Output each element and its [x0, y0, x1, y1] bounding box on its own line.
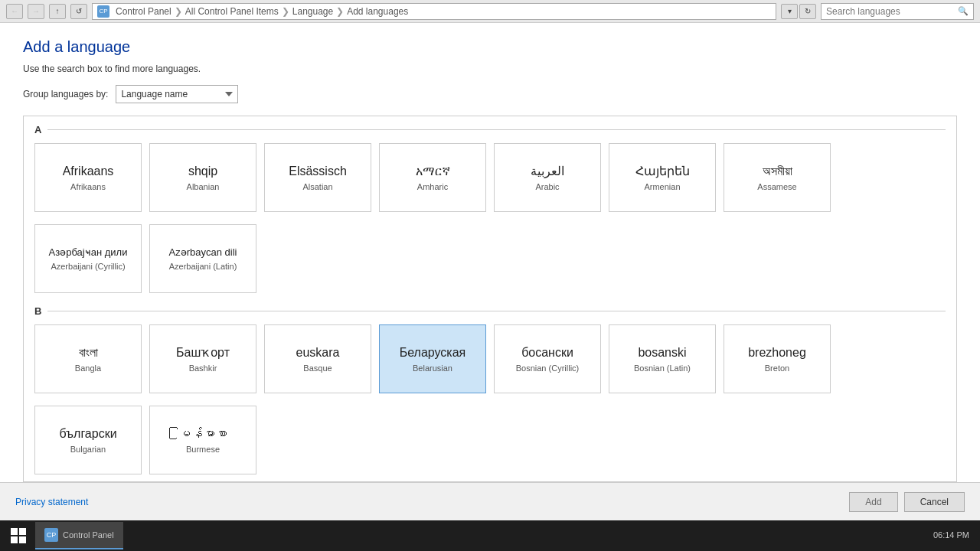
- lang-label-belarusian: Belarusian: [413, 364, 452, 373]
- clock-time: 06:14 PM: [933, 530, 969, 541]
- lang-card-bosnian-cyrillic[interactable]: босански Bosnian (Cyrillic): [494, 324, 601, 393]
- lang-native-armenian: Հայերեն: [635, 164, 690, 180]
- search-icon: 🔍: [958, 6, 969, 16]
- cancel-button[interactable]: Cancel: [904, 492, 965, 512]
- lang-native-azerbaijani-latin: Azərbaycan dili: [169, 246, 237, 259]
- up-button[interactable]: ↑: [49, 4, 66, 19]
- lang-card-belarusian[interactable]: Беларуская Belarusian: [379, 324, 486, 393]
- page-title: Add a language: [23, 38, 957, 56]
- lang-label-burmese: Burmese: [186, 445, 220, 454]
- lang-label-arabic: Arabic: [535, 182, 559, 191]
- section-header-a: A: [34, 124, 946, 135]
- lang-card-azerbaijani-latin[interactable]: Azərbaycan dili Azerbaijani (Latin): [149, 224, 256, 293]
- bottom-buttons: Add Cancel: [849, 492, 965, 512]
- forward-button[interactable]: →: [28, 4, 44, 19]
- taskbar-app-label: Control Panel: [63, 530, 114, 540]
- refresh-button[interactable]: ↺: [70, 4, 87, 19]
- lang-native-albanian: shqip: [188, 164, 217, 180]
- lang-card-bashkir[interactable]: Башҡорт Bashkir: [149, 324, 256, 393]
- lang-native-arabic: العربية: [531, 164, 564, 180]
- lang-label-basque: Basque: [303, 364, 332, 373]
- main-content: Add a language Use the search box to fin…: [0, 23, 980, 482]
- lang-card-burmese[interactable]: မြန်မာစာ Burmese: [149, 406, 256, 474]
- lang-native-bashkir: Башҡорт: [176, 345, 230, 361]
- lang-card-azerbaijani-cyrillic[interactable]: Азәрбајҹан дили Azerbaijani (Cyrillic): [34, 224, 142, 293]
- lang-card-bosnian-latin[interactable]: bosanski Bosnian (Latin): [609, 324, 716, 393]
- group-select[interactable]: Language name Script: [116, 85, 238, 103]
- lang-native-amharic: አማርኛ: [416, 164, 450, 180]
- lang-label-bulgarian: Bulgarian: [70, 445, 106, 454]
- lang-card-armenian[interactable]: Հայերեն Armenian: [609, 143, 716, 212]
- lang-card-afrikaans[interactable]: Afrikaans Afrikaans: [34, 143, 142, 212]
- lang-native-bulgarian: български: [59, 426, 116, 442]
- lang-card-arabic[interactable]: العربية Arabic: [494, 143, 601, 212]
- add-button[interactable]: Add: [849, 492, 897, 512]
- title-bar: ← → ↑ ↺ CP Control Panel ❯ All Control P…: [0, 0, 980, 23]
- taskbar-app-control-panel[interactable]: CP Control Panel: [35, 522, 123, 549]
- language-grid-container: A Afrikaans Afrikaans shqip Albanian Els…: [23, 116, 957, 482]
- page-subtitle: Use the search box to find more language…: [23, 64, 957, 74]
- address-part-3: Language: [292, 6, 333, 17]
- lang-label-afrikaans: Afrikaans: [70, 182, 106, 191]
- back-button[interactable]: ←: [6, 4, 23, 19]
- lang-row-b1: বাংলা Bangla Башҡорт Bashkir euskara Bas…: [34, 324, 946, 393]
- lang-label-amharic: Amharic: [417, 182, 448, 191]
- address-part-4: Add languages: [347, 6, 408, 17]
- reload-button[interactable]: ↻: [799, 4, 816, 19]
- lang-card-alsatian[interactable]: Elsässisch Alsatian: [264, 143, 371, 212]
- address-part-2: All Control Panel Items: [185, 6, 279, 17]
- lang-native-breton: brezhoneg: [748, 345, 806, 361]
- lang-row-a1: Afrikaans Afrikaans shqip Albanian Elsäs…: [34, 143, 946, 212]
- lang-native-afrikaans: Afrikaans: [63, 164, 114, 180]
- lang-label-alsatian: Alsatian: [302, 182, 332, 191]
- search-bar[interactable]: 🔍: [821, 3, 974, 20]
- lang-native-bosnian-cyrillic: босански: [521, 345, 573, 361]
- windows-icon: [11, 528, 26, 543]
- address-part-1: Control Panel: [116, 6, 172, 17]
- lang-label-azerbaijani-cyrillic: Azerbaijani (Cyrillic): [51, 262, 125, 271]
- lang-row-a2: Азәрбајҹан дили Azerbaijani (Cyrillic) A…: [34, 224, 946, 293]
- lang-native-basque: euskara: [296, 345, 340, 361]
- start-button[interactable]: [3, 520, 34, 551]
- lang-label-bosnian-cyrillic: Bosnian (Cyrillic): [516, 364, 580, 373]
- control-panel-icon: CP: [44, 528, 58, 542]
- lang-native-bangla: বাংলা: [79, 345, 98, 361]
- lang-label-armenian: Armenian: [644, 182, 680, 191]
- search-input[interactable]: [826, 6, 958, 17]
- lang-label-azerbaijani-latin: Azerbaijani (Latin): [169, 262, 237, 271]
- lang-label-bosnian-latin: Bosnian (Latin): [634, 364, 691, 373]
- lang-native-azerbaijani-cyrillic: Азәрбајҹан дили: [49, 246, 128, 259]
- lang-native-belarusian: Беларуская: [400, 345, 466, 361]
- lang-card-bangla[interactable]: বাংলা Bangla: [34, 324, 142, 393]
- group-languages-row: Group languages by: Language name Script: [23, 85, 957, 103]
- lang-label-breton: Breton: [765, 364, 789, 373]
- taskbar: CP Control Panel 06:14 PM: [0, 520, 980, 551]
- language-grid-scroll[interactable]: A Afrikaans Afrikaans shqip Albanian Els…: [24, 116, 956, 481]
- address-bar[interactable]: CP Control Panel ❯ All Control Panel Ite…: [92, 3, 776, 20]
- lang-label-assamese: Assamese: [757, 182, 796, 191]
- lang-native-burmese: မြန်မာစာ: [178, 426, 227, 442]
- lang-card-amharic[interactable]: አማርኛ Amharic: [379, 143, 486, 212]
- section-header-b: B: [34, 305, 946, 317]
- lang-label-bashkir: Bashkir: [189, 364, 217, 373]
- lang-native-assamese: অসমীয়া: [763, 164, 792, 180]
- clock: 06:14 PM: [933, 530, 969, 541]
- lang-card-breton[interactable]: brezhoneg Breton: [724, 324, 831, 393]
- lang-card-albanian[interactable]: shqip Albanian: [149, 143, 256, 212]
- privacy-link[interactable]: Privacy statement: [15, 497, 88, 507]
- lang-native-alsatian: Elsässisch: [289, 164, 347, 180]
- lang-label-albanian: Albanian: [187, 182, 220, 191]
- lang-label-bangla: Bangla: [75, 364, 101, 373]
- taskbar-right: 06:14 PM: [926, 530, 977, 541]
- lang-row-b2: български Bulgarian မြန်မာစာ Burmese: [34, 406, 946, 474]
- lang-card-bulgarian[interactable]: български Bulgarian: [34, 406, 142, 474]
- bottom-bar: Privacy statement Add Cancel: [0, 482, 980, 520]
- lang-card-assamese[interactable]: অসমীয়া Assamese: [724, 143, 831, 212]
- dropdown-button[interactable]: ▾: [781, 4, 798, 19]
- group-label: Group languages by:: [23, 89, 108, 99]
- lang-native-bosnian-latin: bosanski: [638, 345, 686, 361]
- lang-card-basque[interactable]: euskara Basque: [264, 324, 371, 393]
